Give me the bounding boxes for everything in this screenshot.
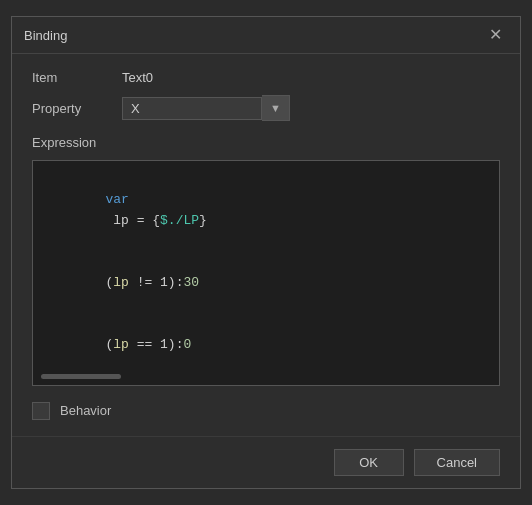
property-label: Property — [32, 101, 112, 116]
dialog-body: Item Text0 Property X Y Width Height Tex… — [12, 54, 520, 436]
expression-section: Expression — [32, 131, 500, 150]
expr-path: $./LP — [160, 213, 199, 228]
expr-var-lp-1: lp — [113, 275, 129, 290]
expr-op-2: == 1): — [129, 337, 184, 352]
binding-dialog: Binding ✕ Item Text0 Property X Y Width … — [11, 16, 521, 489]
dialog-title: Binding — [24, 28, 67, 43]
item-row: Item Text0 — [32, 70, 500, 85]
expression-editor[interactable]: var lp = {$./LP} (lp != 1):30 (lp == 1):… — [32, 160, 500, 386]
dropdown-arrow-icon[interactable]: ▼ — [262, 95, 290, 121]
property-row: Property X Y Width Height Text Visible ▼ — [32, 95, 500, 121]
item-value: Text0 — [122, 70, 153, 85]
close-button[interactable]: ✕ — [483, 25, 508, 45]
expr-num-30: 30 — [183, 275, 199, 290]
expr-keyword-var: var — [105, 192, 128, 207]
expr-op-1: != 1): — [129, 275, 184, 290]
expr-num-0: 0 — [183, 337, 191, 352]
dialog-footer: OK Cancel — [12, 436, 520, 488]
behavior-row: Behavior — [32, 402, 500, 420]
expr-text-2: } — [199, 213, 207, 228]
behavior-checkbox[interactable] — [32, 402, 50, 420]
expr-var-lp-2: lp — [113, 337, 129, 352]
property-select-wrap: X Y Width Height Text Visible ▼ — [122, 95, 290, 121]
cancel-button[interactable]: Cancel — [414, 449, 500, 476]
expr-text-1: lp = { — [105, 213, 160, 228]
expr-line-1: var lp = {$./LP} — [43, 169, 489, 252]
expression-label: Expression — [32, 135, 500, 150]
behavior-label: Behavior — [60, 403, 140, 418]
item-label: Item — [32, 70, 112, 85]
title-bar: Binding ✕ — [12, 17, 520, 54]
expr-line-3: (lp == 1):0 — [43, 315, 489, 377]
expr-line-2: (lp != 1):30 — [43, 252, 489, 314]
horizontal-scrollbar[interactable] — [41, 374, 121, 379]
ok-button[interactable]: OK — [334, 449, 404, 476]
property-select[interactable]: X Y Width Height Text Visible — [122, 97, 262, 120]
